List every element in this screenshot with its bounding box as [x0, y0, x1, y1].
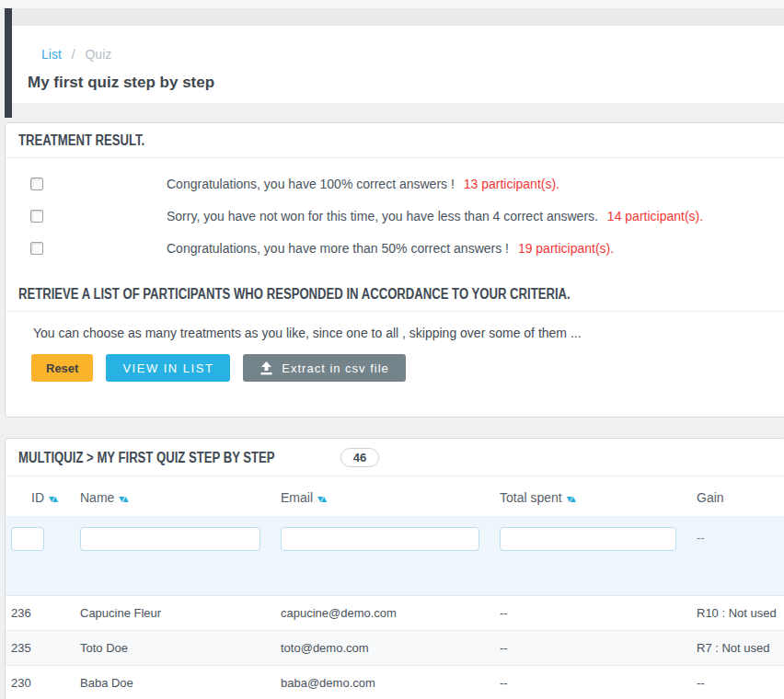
retrieve-heading: RETRIEVE A LIST OF PARTICIPANTS WHO RESP…: [6, 277, 784, 312]
filter-total-spent-input[interactable]: [500, 527, 676, 551]
criteria-text: Congratulations, you have 100% correct a…: [167, 177, 455, 191]
cell-email: capucine@demo.com: [275, 595, 494, 630]
table-row[interactable]: 236 Capucine Fleur capucine@demo.com -- …: [6, 595, 784, 630]
criteria-checkbox-3[interactable]: [30, 242, 43, 255]
retrieve-heading-text: RETRIEVE A LIST OF PARTICIPANTS WHO RESP…: [18, 286, 571, 303]
column-header-name: Name▾▴: [75, 476, 275, 516]
extract-csv-label: Extract in csv file: [282, 361, 389, 375]
column-header-total-spent: Total spent▾▴: [494, 476, 691, 516]
sort-control[interactable]: ▾▴: [567, 490, 574, 505]
top-strip: [0, 0, 784, 8]
view-in-list-button[interactable]: VIEW IN LIST: [106, 354, 230, 382]
criteria-label: Sorry, you have not won for this time, y…: [167, 209, 703, 223]
column-header-email: Email▾▴: [275, 476, 494, 516]
criteria-label: Congratulations, you have 100% correct a…: [167, 177, 559, 191]
upload-icon: [259, 361, 273, 375]
column-label: Gain: [697, 490, 724, 505]
spacer: [0, 418, 784, 438]
cell-name: Capucine Fleur: [75, 595, 275, 630]
cell-id: 235: [6, 630, 75, 665]
cell-gain: R10 : Not used: [691, 595, 784, 630]
breadcrumb: List / Quiz: [41, 47, 784, 62]
cell-gain: --: [691, 665, 784, 699]
sort-control[interactable]: ▾▴: [49, 490, 56, 505]
participant-count: 19 participant(s).: [518, 241, 614, 256]
cell-name: Baba Doe: [75, 665, 275, 699]
count-badge: 46: [340, 448, 379, 467]
participant-count: 14 participant(s).: [607, 209, 703, 223]
extract-csv-button[interactable]: Extract in csv file: [243, 354, 406, 382]
cell-total-spent: --: [494, 595, 691, 630]
spacer: [0, 103, 784, 122]
criteria-list: Congratulations, you have 100% correct a…: [6, 158, 784, 271]
column-header-gain: Gain: [691, 476, 784, 516]
column-label: Name: [80, 490, 114, 505]
sort-control[interactable]: ▾▴: [317, 490, 325, 505]
top-band: [12, 8, 784, 26]
criteria-text: Congratulations, you have more than 50% …: [167, 241, 509, 256]
criteria-row: Congratulations, you have 100% correct a…: [6, 167, 784, 200]
criteria-row: Congratulations, you have more than 50% …: [6, 232, 784, 264]
filter-gain-placeholder: --: [691, 516, 784, 595]
filter-email-input[interactable]: [281, 527, 479, 551]
sort-asc-icon[interactable]: ▴: [571, 492, 574, 505]
breadcrumb-link-list[interactable]: List: [41, 47, 62, 62]
cell-id: 236: [6, 595, 75, 630]
sort-asc-icon[interactable]: ▴: [52, 492, 56, 505]
column-label: ID: [31, 490, 44, 505]
breadcrumb-separator: /: [72, 47, 75, 62]
cell-email: toto@demo.com: [275, 630, 494, 665]
cell-total-spent: --: [494, 630, 691, 665]
actions-toolbar: Reset VIEW IN LIST Extract in csv file: [31, 354, 784, 382]
cell-gain: R7 : Not used: [691, 630, 784, 665]
column-header-id: ID▾▴: [6, 476, 75, 516]
table-row[interactable]: 235 Toto Doe toto@demo.com -- R7 : Not u…: [6, 630, 784, 665]
cell-email: baba@demo.com: [275, 665, 494, 699]
sort-asc-icon[interactable]: ▴: [122, 492, 126, 505]
multiquiz-heading-text: MULTIQUIZ > MY FIRST QUIZ STEP BY STEP: [18, 450, 275, 466]
sort-control[interactable]: ▾▴: [119, 490, 126, 505]
criteria-row: Sorry, you have not won for this time, y…: [6, 200, 784, 232]
instructions-note: You can choose as many treatments as you…: [33, 326, 773, 340]
criteria-checkbox-1[interactable]: [30, 178, 43, 190]
treatment-result-heading: TREATMENT RESULT.: [6, 123, 784, 158]
criteria-label: Congratulations, you have more than 50% …: [167, 241, 614, 256]
cell-name: Toto Doe: [75, 630, 275, 665]
reset-button[interactable]: Reset: [31, 354, 93, 382]
page-title: My first quiz step by step: [28, 74, 784, 92]
table-header-row: ID▾▴ Name▾▴ Email▾▴ Total spent▾▴ Gain: [6, 476, 784, 516]
sort-asc-icon[interactable]: ▴: [321, 492, 325, 505]
table-row[interactable]: 230 Baba Doe baba@demo.com -- --: [6, 665, 784, 699]
treatment-result-heading-text: TREATMENT RESULT.: [18, 132, 144, 149]
filter-row: --: [6, 516, 784, 595]
column-label: Email: [281, 490, 313, 505]
criteria-checkbox-2[interactable]: [30, 210, 43, 223]
page-header: List / Quiz My first quiz step by step: [12, 26, 784, 103]
criteria-text: Sorry, you have not won for this time, y…: [167, 209, 598, 223]
cell-total-spent: --: [494, 665, 691, 699]
participant-count: 13 participant(s).: [464, 177, 559, 191]
multiquiz-results-panel: MULTIQUIZ > MY FIRST QUIZ STEP BY STEP46…: [5, 438, 784, 699]
multiquiz-heading: MULTIQUIZ > MY FIRST QUIZ STEP BY STEP46: [6, 439, 784, 476]
filter-name-input[interactable]: [80, 527, 260, 551]
breadcrumb-current-quiz: Quiz: [85, 47, 111, 62]
treatment-result-panel: TREATMENT RESULT. Congratulations, you h…: [5, 122, 784, 418]
cell-id: 230: [6, 665, 75, 699]
column-label: Total spent: [500, 490, 562, 505]
sidebar-edge: [5, 8, 12, 118]
filter-id-input[interactable]: [11, 527, 44, 551]
results-table: ID▾▴ Name▾▴ Email▾▴ Total spent▾▴ Gain: [6, 476, 784, 699]
